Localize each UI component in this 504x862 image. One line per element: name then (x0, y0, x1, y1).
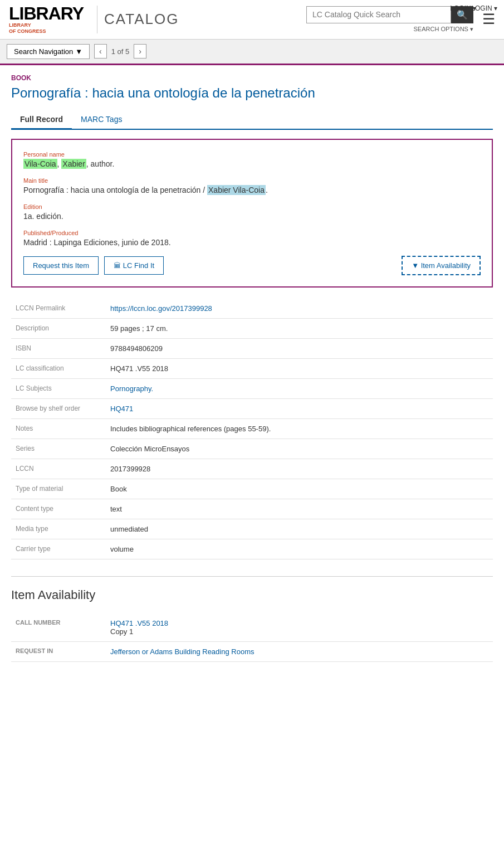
detail-row: Carrier typevolume (11, 539, 493, 559)
detail-label: ISBN (11, 338, 106, 358)
field-personal-name: Personal name Vila-Coia, Xabier, author. (23, 151, 481, 168)
detail-label: LCCN (11, 459, 106, 479)
personal-name-highlight2: Xabier (61, 159, 86, 169)
logo-sub-text: LIBRARY OF CONGRESS (9, 22, 46, 35)
logo-divider (97, 6, 97, 33)
detail-value: Colección MicroEnsayos (106, 439, 493, 459)
search-navigation-label: Search Navigation (14, 47, 73, 56)
login-button[interactable]: LOGIN ▾ (450, 4, 476, 12)
detail-row: Media typeunmediated (11, 519, 493, 539)
detail-value: HQ471 .V55 2018 (106, 358, 493, 378)
published-label: Published/Produced (23, 230, 481, 236)
request-item-button[interactable]: Request this Item (23, 256, 99, 275)
detail-row: LC classificationHQ471 .V55 2018 (11, 358, 493, 378)
availability-table: CALL NUMBERHQ471 .V55 2018Copy 1Request … (11, 613, 493, 662)
field-main-title: Main title Pornografía : hacia una ontol… (23, 177, 481, 194)
search-input[interactable] (306, 6, 451, 23)
detail-row: Content typetext (11, 499, 493, 519)
published-value: Madrid : Lapinga Ediciones, junio de 201… (23, 238, 481, 247)
tabs-container: Full Record MARC Tags (11, 110, 493, 130)
detail-row: ISBN9788494806209 (11, 338, 493, 358)
record-type: BOOK (11, 74, 493, 82)
next-page-button[interactable]: › (134, 44, 146, 59)
lc-find-icon: 🏛 (114, 261, 121, 270)
header-right: LOGIN ▾ 🔍 SEARCH OPTIONS ▾ (306, 6, 473, 33)
details-table: LCCN Permalinkhttps://lccn.loc.gov/20173… (11, 299, 493, 559)
availability-value[interactable]: HQ471 .V55 2018Copy 1 (106, 613, 493, 642)
detail-value: unmediated (106, 519, 493, 539)
detail-value: Book (106, 479, 493, 499)
record-box: Personal name Vila-Coia, Xabier, author.… (11, 139, 493, 288)
lc-find-it-button[interactable]: 🏛 LC Find It (104, 256, 164, 275)
availability-row: CALL NUMBERHQ471 .V55 2018Copy 1 (11, 613, 493, 642)
detail-row: LCCN2017399928 (11, 459, 493, 479)
availability-title: Item Availability (11, 588, 493, 602)
field-published: Published/Produced Madrid : Lapinga Edic… (23, 230, 481, 247)
detail-row: LCCN Permalinkhttps://lccn.loc.gov/20173… (11, 299, 493, 319)
availability-label: CALL NUMBER (11, 613, 106, 642)
nav-bar: Search Navigation ▼ ‹ 1 of 5 › (0, 40, 504, 65)
detail-label: Description (11, 318, 106, 338)
detail-row: LC SubjectsPornography. (11, 378, 493, 398)
main-title-value: Pornografía : hacia una ontología de la … (23, 186, 481, 194)
catalog-title: CATALOG (104, 11, 306, 28)
detail-label: LCCN Permalink (11, 299, 106, 319)
detail-value: 9788494806209 (106, 338, 493, 358)
field-edition: Edition 1a. edición. (23, 203, 481, 221)
detail-value: 59 pages ; 17 cm. (106, 318, 493, 338)
hamburger-menu[interactable]: ☰ (482, 11, 495, 28)
personal-name-value: Vila-Coia, Xabier, author. (23, 159, 481, 168)
availability-row: Request inJefferson or Adams Building Re… (11, 641, 493, 661)
search-nav-dropdown-icon: ▼ (75, 47, 82, 56)
detail-row: Description59 pages ; 17 cm. (11, 318, 493, 338)
detail-row: SeriesColección MicroEnsayos (11, 439, 493, 459)
prev-page-button[interactable]: ‹ (94, 44, 107, 59)
record-buttons: Request this Item 🏛 LC Find It ▼ Item Av… (23, 256, 481, 275)
detail-value: text (106, 499, 493, 519)
detail-label: Browse by shelf order (11, 398, 106, 418)
search-options-toggle[interactable]: SEARCH OPTIONS ▾ (414, 26, 473, 33)
main-title-label: Main title (23, 177, 481, 184)
detail-row: NotesIncludes bibliographical references… (11, 418, 493, 439)
main-title-text: Pornografía : hacia una ontología de la … (23, 186, 207, 194)
pagination-count: 1 of 5 (111, 47, 130, 56)
availability-label: Request in (11, 641, 106, 661)
detail-label: Series (11, 439, 106, 459)
personal-name-label: Personal name (23, 151, 481, 158)
detail-value[interactable]: Pornography. (106, 378, 493, 398)
record-title: Pornografía : hacia una ontología de la … (11, 84, 493, 101)
main-title-highlight: Xabier Vila-Coia (207, 185, 266, 195)
detail-label: Type of material (11, 479, 106, 499)
search-navigation-button[interactable]: Search Navigation ▼ (7, 44, 90, 59)
detail-label: Carrier type (11, 539, 106, 559)
detail-value[interactable]: HQ471 (106, 398, 493, 418)
detail-label: LC Subjects (11, 378, 106, 398)
detail-value[interactable]: https://lccn.loc.gov/2017399928 (106, 299, 493, 319)
detail-row: Browse by shelf orderHQ471 (11, 398, 493, 418)
search-bar: 🔍 (306, 6, 473, 23)
detail-value: Includes bibliographical references (pag… (106, 418, 493, 439)
detail-value: volume (106, 539, 493, 559)
personal-name-highlight1: Vila-Coia (23, 159, 57, 169)
availability-value[interactable]: Jefferson or Adams Building Reading Room… (106, 641, 493, 661)
tab-marc-tags[interactable]: MARC Tags (72, 110, 131, 129)
detail-row: Type of materialBook (11, 479, 493, 499)
availability-section: Item Availability CALL NUMBERHQ471 .V55 … (11, 576, 493, 662)
lc-find-it-label: LC Find It (123, 261, 154, 270)
availability-sub-value: Copy 1 (110, 627, 133, 636)
main-content: BOOK Pornografía : hacia una ontología d… (0, 65, 504, 671)
detail-label: Content type (11, 499, 106, 519)
detail-label: Notes (11, 418, 106, 439)
detail-label: Media type (11, 519, 106, 539)
item-availability-button[interactable]: ▼ Item Availability (402, 256, 481, 275)
logo-library-text: LIBRARY (9, 4, 84, 22)
detail-value: 2017399928 (106, 459, 493, 479)
logo-block: LIBRARY LIBRARY OF CONGRESS (9, 4, 84, 35)
item-availability-label: Item Availability (421, 261, 471, 270)
down-arrow-icon: ▼ (412, 261, 419, 270)
edition-label: Edition (23, 203, 481, 210)
edition-value: 1a. edición. (23, 212, 481, 221)
tab-full-record[interactable]: Full Record (11, 110, 72, 130)
detail-label: LC classification (11, 358, 106, 378)
